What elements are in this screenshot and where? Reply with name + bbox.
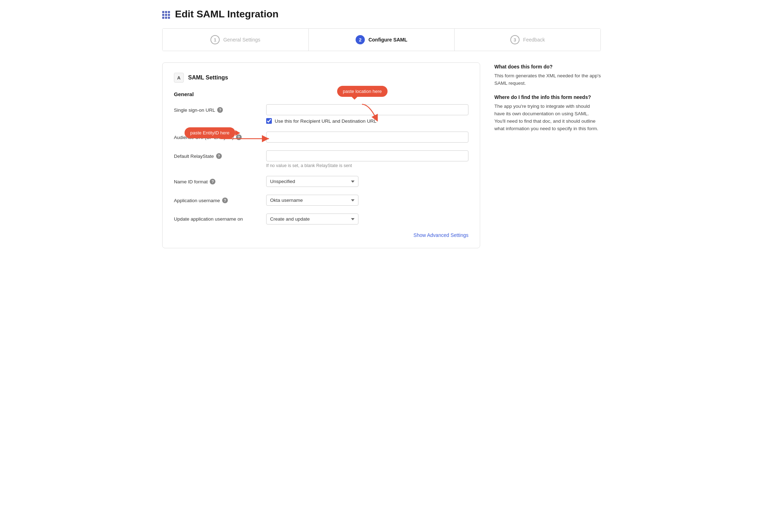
- step-1-label: General Settings: [223, 37, 260, 43]
- step-3-label: Feedback: [523, 37, 545, 43]
- steps-bar: 1 General Settings 2 Configure SAML 3 Fe…: [162, 28, 601, 51]
- relay-state-field: Default RelayState ? If no value is set,…: [174, 150, 468, 168]
- relay-state-label: Default RelayState ?: [174, 150, 266, 159]
- help-sidebar: What does this form do? This form genera…: [494, 62, 601, 248]
- audience-uri-tooltip: paste EntityID here: [185, 127, 235, 138]
- section-title: SAML Settings: [188, 74, 228, 81]
- grid-icon: [162, 9, 171, 20]
- update-username-field: Update application username on Create an…: [174, 214, 468, 225]
- section-badge: A: [174, 73, 184, 83]
- update-username-input-area: Create and update Create only: [266, 214, 468, 225]
- relay-state-input[interactable]: [266, 150, 468, 161]
- audience-uri-field: Audience URI (SP Entity ID) ? paste Enti…: [174, 132, 468, 143]
- app-username-input-area: Okta username Email Custom: [266, 195, 468, 206]
- audience-uri-input-area: paste EntityID here: [266, 132, 468, 143]
- recipient-url-row: Use this for Recipient URL and Destinati…: [266, 118, 468, 124]
- step-3-number: 3: [510, 35, 520, 44]
- sidebar-a1: This form generates the XML needed for t…: [494, 72, 601, 87]
- name-id-format-field: Name ID format ? Unspecified EmailAddres…: [174, 176, 468, 187]
- name-id-format-label: Name ID format ?: [174, 176, 266, 184]
- card-section-header: A SAML Settings: [174, 73, 468, 83]
- show-advanced-button[interactable]: Show Advanced Settings: [413, 232, 468, 238]
- sidebar-q2: Where do I find the info this form needs…: [494, 94, 601, 100]
- step-general-settings[interactable]: 1 General Settings: [163, 29, 309, 51]
- app-username-field: Application username ? Okta username Ema…: [174, 195, 468, 206]
- show-advanced-section: Show Advanced Settings: [174, 232, 468, 238]
- page-title: Edit SAML Integration: [162, 9, 601, 20]
- name-id-format-select[interactable]: Unspecified EmailAddress Persistent Tran…: [266, 176, 358, 187]
- recipient-url-checkbox[interactable]: [266, 118, 272, 124]
- sidebar-a2: The app you're trying to integrate with …: [494, 103, 601, 133]
- step-2-number: 2: [356, 35, 365, 44]
- app-username-select[interactable]: Okta username Email Custom: [266, 195, 358, 206]
- step-1-number: 1: [210, 35, 220, 44]
- sidebar-q1: What does this form do?: [494, 64, 601, 70]
- name-id-format-help-icon[interactable]: ?: [210, 179, 215, 184]
- app-username-label: Application username ?: [174, 195, 266, 203]
- relay-state-input-area: If no value is set, a blank RelayState i…: [266, 150, 468, 168]
- relay-state-hint: If no value is set, a blank RelayState i…: [266, 163, 468, 168]
- app-username-help-icon[interactable]: ?: [222, 198, 228, 203]
- step-configure-saml[interactable]: 2 Configure SAML: [309, 29, 455, 51]
- relay-state-help-icon[interactable]: ?: [216, 153, 222, 159]
- name-id-format-input-area: Unspecified EmailAddress Persistent Tran…: [266, 176, 468, 187]
- subsection-title: General: [174, 91, 468, 97]
- saml-settings-card: A SAML Settings General Single sign-on U…: [162, 62, 480, 248]
- sso-url-input[interactable]: [266, 104, 468, 115]
- sso-url-label: Single sign-on URL ?: [174, 104, 266, 113]
- sso-url-tooltip: paste location here: [337, 86, 388, 97]
- sso-url-help-icon[interactable]: ?: [217, 107, 223, 113]
- sso-url-input-area: paste location here Use: [266, 104, 468, 124]
- update-username-label: Update application username on: [174, 214, 266, 222]
- audience-uri-input[interactable]: [266, 132, 468, 143]
- update-username-select[interactable]: Create and update Create only: [266, 214, 358, 225]
- step-feedback[interactable]: 3 Feedback: [455, 29, 600, 51]
- sso-url-field: Single sign-on URL ? paste location here: [174, 104, 468, 124]
- step-2-label: Configure SAML: [368, 37, 407, 43]
